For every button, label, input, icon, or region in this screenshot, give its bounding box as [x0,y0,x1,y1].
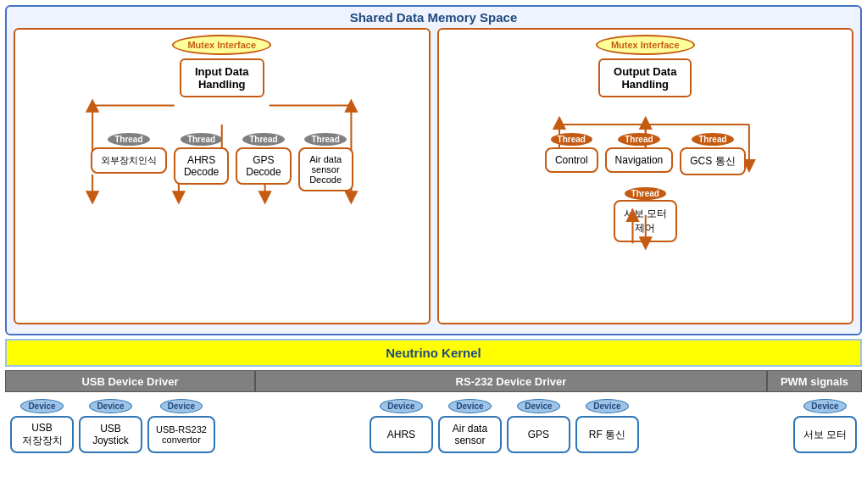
device-gps: Device GPS [507,399,570,453]
thread-item-gcs: Thread GCS 통신 [680,133,745,175]
device-box-1: USBJoystick [79,416,142,453]
thread-box-3: Air datasensorDecode [298,147,353,191]
usb-devices-group: Device USB저장장치 Device USBJoystick Device… [10,399,215,453]
left-panel: Mutex Interface Input DataHandling Threa… [14,28,431,324]
shared-memory-title: Shared Data Memory Space [14,10,853,25]
rs232-devices-group: Device AHRS Device Air datasensor Device… [370,399,639,453]
device-badge-3: Device [380,399,422,413]
thread-badge-0: Thread [108,133,149,146]
thread-item-navigation: Thread Navigation [605,133,674,175]
thread-item-control: Thread Control [545,133,598,175]
pwm-driver-label: PWM signals [781,375,848,388]
right-panel: Mutex Interface Output DataHandling Thre… [437,28,854,324]
device-usb-joystick: Device USBJoystick [79,399,142,453]
device-box-4: Air datasensor [438,416,502,453]
thread-badge-gcs: Thread [692,133,733,146]
right-mutex-badge: Mutex Interface [596,35,695,55]
usb-driver-cell: USB Device Driver [5,370,255,392]
input-data-handling-box: Input DataHandling [180,58,264,97]
thread-box-2: GPSDecode [236,147,291,185]
device-box-5: GPS [507,416,570,453]
thread-item-2: Thread GPSDecode [236,133,291,191]
device-badge-5: Device [517,399,559,413]
device-usb-storage: Device USB저장장치 [10,399,74,453]
thread-badge-3: Thread [304,133,346,146]
neutrino-kernel-label: Neutrino Kernel [386,346,481,360]
usb-driver-label: USB Device Driver [81,375,178,388]
thread-badge-servo: Thread [625,187,666,200]
device-box-3: AHRS [370,416,433,453]
rs232-driver-cell: RS-232 Device Driver [255,370,767,392]
shared-memory-panel: Shared Data Memory Space [5,5,862,335]
device-box-7: 서보 모터 [793,416,857,453]
device-badge-0: Device [20,399,63,413]
device-air-data: Device Air datasensor [438,399,502,453]
pwm-driver-cell: PWM signals [767,370,862,392]
rs232-driver-label: RS-232 Device Driver [456,375,567,388]
device-box-6: RF 통신 [575,416,639,453]
device-box-2: USB-RS232convertor [147,416,215,453]
thread-item-3: Thread Air datasensorDecode [298,133,353,191]
device-badge-2: Device [160,399,203,413]
device-usb-rs232: Device USB-RS232convertor [147,399,215,453]
thread-box-navigation: Navigation [605,147,674,173]
thread-badge-control: Thread [551,133,592,146]
thread-box-servo: 서보 모터제어 [614,200,677,242]
device-badge-4: Device [448,399,491,413]
device-box-0: USB저장장치 [10,416,74,453]
thread-box-1: AHRSDecode [174,147,229,185]
thread-item-1: Thread AHRSDecode [174,133,229,191]
servo-area: Thread 서보 모터제어 [614,187,677,242]
output-data-handling-box: Output DataHandling [598,58,692,97]
device-badge-6: Device [586,399,628,413]
thread-box-gcs: GCS 통신 [680,147,745,175]
thread-badge-navigation: Thread [618,133,659,146]
device-ahrs: Device AHRS [370,399,433,453]
neutrino-kernel: Neutrino Kernel [5,339,862,367]
shared-memory-inner: Mutex Interface Input DataHandling Threa… [14,28,853,324]
device-servo: Device 서보 모터 [793,399,857,453]
thread-box-control: Control [545,147,598,173]
thread-item-0: Thread 외부장치인식 [91,133,167,191]
device-badge-7: Device [803,399,846,413]
devices-section: Device USB저장장치 Device USBJoystick Device… [5,396,862,453]
thread-box-0: 외부장치인식 [91,147,167,174]
left-mutex-badge: Mutex Interface [172,35,271,55]
thread-badge-1: Thread [181,133,222,146]
pwm-devices-group: Device 서보 모터 [793,399,857,453]
main-container: Shared Data Memory Space [0,0,867,504]
driver-row: USB Device Driver RS-232 Device Driver P… [5,370,862,392]
device-badge-1: Device [89,399,131,413]
left-thread-row: Thread 외부장치인식 Thread AHRSDecode Thread G… [91,133,353,191]
right-thread-row: Thread Control Thread Navigation Thread … [545,133,746,175]
device-rf: Device RF 통신 [575,399,639,453]
thread-badge-2: Thread [242,133,284,146]
